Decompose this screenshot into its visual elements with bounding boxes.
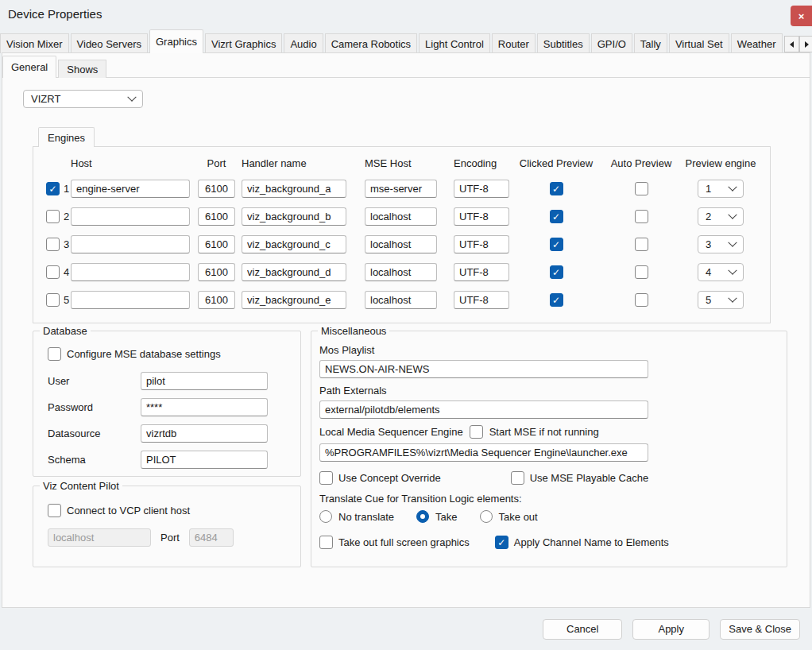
tab-vision-mixer[interactable]: Vision Mixer — [0, 33, 69, 53]
engine-4-port-input[interactable] — [198, 263, 235, 281]
engines-tab[interactable]: Engines — [38, 127, 95, 147]
engine-1-encoding-input[interactable] — [454, 180, 509, 198]
engine-3-host-input[interactable] — [71, 235, 190, 253]
engine-1-handler-input[interactable] — [242, 180, 346, 198]
tab-gpio[interactable]: GPI/O — [591, 33, 632, 53]
configure-mse-database-checkbox[interactable]: ✓ — [48, 347, 61, 361]
engine-5-clicked-preview-checkbox[interactable]: ✓ — [550, 293, 563, 307]
database-group: Database ✓ Configure MSE database settin… — [33, 331, 301, 477]
vcp-host-input[interactable] — [48, 528, 151, 547]
engine-3-number: 3 — [64, 238, 69, 250]
engine-3-port-input[interactable] — [198, 235, 235, 253]
engine-1-mse-host-input[interactable] — [365, 180, 437, 198]
engine-5-encoding-input[interactable] — [454, 291, 509, 309]
engine-2-host-input[interactable] — [71, 207, 190, 226]
cancel-button[interactable]: Cancel — [543, 619, 622, 640]
column-header-auto-preview: Auto Preview — [603, 157, 679, 169]
engine-5-mse-host-input[interactable] — [365, 291, 437, 309]
subtab-shows[interactable]: Shows — [58, 60, 106, 78]
engine-1-port-input[interactable] — [198, 180, 235, 198]
user-input[interactable] — [141, 372, 268, 390]
tab-tally[interactable]: Tally — [634, 33, 667, 53]
tab-audio[interactable]: Audio — [284, 33, 323, 53]
engine-1-preview-engine-select[interactable]: 1 — [698, 180, 744, 198]
engine-5-preview-engine-select[interactable]: 5 — [698, 291, 744, 309]
tab-light-control[interactable]: Light Control — [419, 33, 490, 53]
datasource-input[interactable] — [141, 424, 268, 443]
engine-5-auto-preview-checkbox[interactable]: ✓ — [635, 293, 648, 307]
vcp-port-input[interactable] — [189, 528, 234, 547]
subtab-general[interactable]: General — [2, 56, 56, 78]
engine-3-handler-input[interactable] — [242, 235, 346, 253]
connect-vcp-client-checkbox[interactable]: ✓ — [48, 504, 61, 517]
schema-input[interactable] — [141, 451, 268, 469]
close-button[interactable]: × — [791, 6, 812, 26]
engine-2-encoding-input[interactable] — [454, 207, 509, 226]
password-label: Password — [48, 401, 141, 413]
engine-4-preview-engine-value: 4 — [706, 266, 711, 278]
engine-3-enable-checkbox[interactable]: ✓ — [46, 238, 60, 251]
engine-4-preview-engine-select[interactable]: 4 — [698, 263, 744, 281]
dialog-footer: Cancel Apply Save & Close — [0, 608, 812, 650]
engine-3-clicked-preview-checkbox[interactable]: ✓ — [550, 238, 563, 251]
engine-1-enable-checkbox[interactable]: ✓ — [46, 182, 60, 195]
engine-4-auto-preview-checkbox[interactable]: ✓ — [635, 265, 648, 279]
engine-1-auto-preview-checkbox[interactable]: ✓ — [635, 182, 648, 195]
start-mse-checkbox[interactable]: ✓ — [470, 425, 483, 439]
tab-virtual-set[interactable]: Virtual Set — [669, 33, 729, 53]
chevron-down-icon — [127, 92, 136, 101]
engine-3-encoding-input[interactable] — [454, 235, 509, 253]
start-mse-label: Start MSE if not running — [489, 426, 599, 438]
tab-camera-robotics[interactable]: Camera Robotics — [325, 33, 417, 53]
engine-4-enable-checkbox[interactable]: ✓ — [46, 265, 60, 279]
tab-weather[interactable]: Weather — [731, 33, 783, 53]
engine-4-mse-host-input[interactable] — [365, 263, 437, 281]
engine-1-host-input[interactable] — [71, 180, 190, 198]
mse-launcher-path-input[interactable] — [319, 443, 648, 462]
device-type-select[interactable]: VIZRT — [23, 90, 143, 108]
engine-1-clicked-preview-checkbox[interactable]: ✓ — [550, 182, 563, 195]
engine-2-auto-preview-checkbox[interactable]: ✓ — [635, 210, 648, 223]
take-out-full-screen-checkbox[interactable]: ✓ — [319, 536, 333, 549]
no-translate-radio[interactable] — [319, 510, 332, 523]
apply-channel-name-checkbox[interactable]: ✓ — [495, 536, 508, 549]
mos-playlist-input[interactable] — [319, 360, 648, 378]
engine-3-preview-engine-select[interactable]: 3 — [698, 235, 744, 253]
engine-2-port-input[interactable] — [198, 207, 235, 226]
use-mse-playable-cache-checkbox[interactable]: ✓ — [511, 471, 524, 485]
save-and-close-button[interactable]: Save & Close — [720, 619, 800, 640]
take-radio[interactable] — [416, 510, 429, 523]
tab-scroll-arrows — [784, 36, 812, 52]
tab-vizrt-graphics[interactable]: Vizrt Graphics — [205, 33, 282, 53]
schema-label: Schema — [48, 454, 141, 466]
tab-subtitles[interactable]: Subtitles — [537, 33, 590, 53]
engine-5-host-input[interactable] — [71, 291, 190, 309]
engine-2-clicked-preview-checkbox[interactable]: ✓ — [550, 210, 563, 223]
tab-scroll-right-button[interactable] — [799, 36, 812, 52]
take-out-radio[interactable] — [480, 510, 493, 523]
engines-panel: Host Port Handler name MSE Host Encoding… — [33, 146, 771, 323]
take-label: Take — [435, 511, 457, 523]
engine-2-handler-input[interactable] — [242, 207, 346, 226]
engine-5-handler-input[interactable] — [242, 291, 346, 309]
engine-2-preview-engine-select[interactable]: 2 — [698, 207, 744, 226]
engine-3-mse-host-input[interactable] — [365, 235, 437, 253]
tab-graphics[interactable]: Graphics — [149, 29, 203, 53]
engine-4-handler-input[interactable] — [242, 263, 346, 281]
engine-3-auto-preview-checkbox[interactable]: ✓ — [635, 238, 648, 251]
database-group-label: Database — [40, 325, 91, 337]
tab-scroll-left-button[interactable] — [784, 36, 799, 52]
engine-4-encoding-input[interactable] — [454, 263, 509, 281]
engine-4-clicked-preview-checkbox[interactable]: ✓ — [550, 265, 563, 279]
engine-2-enable-checkbox[interactable]: ✓ — [46, 210, 60, 223]
path-externals-input[interactable] — [319, 400, 648, 419]
password-input[interactable] — [141, 398, 268, 416]
tab-video-servers[interactable]: Video Servers — [71, 33, 148, 53]
engine-5-enable-checkbox[interactable]: ✓ — [46, 293, 60, 307]
engine-5-port-input[interactable] — [198, 291, 235, 309]
use-concept-override-checkbox[interactable]: ✓ — [319, 471, 333, 485]
tab-router[interactable]: Router — [492, 33, 536, 53]
engine-2-mse-host-input[interactable] — [365, 207, 437, 226]
apply-button[interactable]: Apply — [632, 619, 710, 640]
engine-4-host-input[interactable] — [71, 263, 190, 281]
